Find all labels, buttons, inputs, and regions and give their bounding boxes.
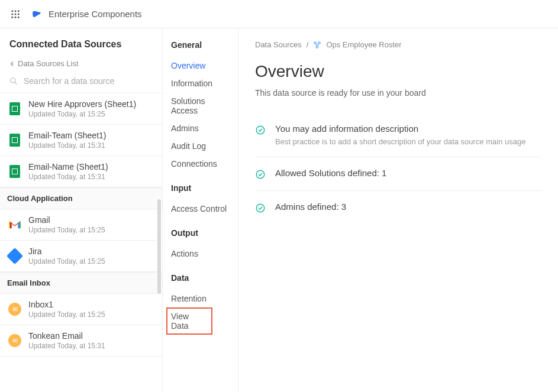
nav-overview[interactable]: Overview [171,57,230,74]
sheet-icon [8,165,21,178]
nav-view-data[interactable]: View Data [166,307,212,335]
nav-heading-input: Input [171,183,230,193]
svg-point-14 [256,126,265,134]
breadcrumb: Data Sources / Ops Employee Roster [255,40,541,49]
check-circle-icon [255,169,266,180]
check-circle-icon [255,125,266,135]
back-to-list-label: Data Sources List [18,59,79,68]
sheet-icon [8,102,21,115]
app-name: Enterprise Components [49,9,142,19]
list-item[interactable]: Gmail Updated Today, at 15:25 [0,209,162,241]
overview-check-row: Admins defined: 3 [255,191,541,224]
list-item[interactable]: Jira Updated Today, at 15:25 [0,241,162,272]
search-icon [9,77,18,85]
nav-audit-log[interactable]: Audit Log [171,137,230,155]
data-source-icon [313,41,321,49]
list-item[interactable]: Email-Team (Sheet1) Updated Today, at 15… [0,125,162,156]
top-bar: Enterprise Components [0,0,558,28]
svg-point-1 [15,10,17,12]
check-title: Allowed Solutions defined: 1 [275,168,386,178]
check-title: Admins defined: 3 [275,202,346,212]
secondary-nav: General Overview Information Solutions A… [163,28,238,392]
breadcrumb-current: Ops Employee Roster [326,40,401,49]
group-heading-cloud: Cloud Application [0,187,162,209]
email-inbox-icon: ✉ [8,303,21,316]
svg-point-4 [15,13,17,15]
list-item-title: Jira [28,247,105,256]
svg-point-6 [11,16,13,18]
nav-solutions-access[interactable]: Solutions Access [171,92,230,119]
svg-point-13 [317,46,319,48]
left-panel: Connected Data Sources Data Sources List… [0,28,163,392]
sheet-icon [8,134,21,147]
scrollbar[interactable] [157,199,161,294]
page-subtitle: This data source is ready for use in you… [255,88,541,98]
group-heading-email: Email Inbox [0,272,162,294]
main-content: Data Sources / Ops Employee Roster Overv… [238,28,558,392]
nav-connections[interactable]: Connections [171,155,230,173]
list-item-title: Gmail [28,215,105,225]
breadcrumb-sep: / [307,40,309,49]
list-item[interactable]: ✉ Inbox1 Updated Today, at 15:25 [0,294,162,325]
nav-admins[interactable]: Admins [171,119,230,137]
list-item-title: Email-Name (Sheet1) [28,162,108,171]
back-to-list-link[interactable]: Data Sources List [0,56,162,74]
svg-point-5 [18,13,20,15]
svg-point-0 [11,10,13,12]
search-row [0,74,162,93]
list-item-title: Email-Team (Sheet1) [28,131,107,140]
svg-point-2 [18,10,20,12]
nav-actions[interactable]: Actions [171,245,230,263]
left-panel-title: Connected Data Sources [9,39,153,50]
page-title: Overview [255,62,541,81]
overview-check-row: You may add information description Best… [255,113,541,157]
check-sub: Best practice is to add a short descript… [275,137,525,146]
search-input[interactable] [24,76,153,86]
list-item[interactable]: New Hire Approvers (Sheet1) Updated Toda… [0,93,162,125]
list-item-sub: Updated Today, at 15:31 [28,173,108,181]
list-item-title: New Hire Approvers (Sheet1) [28,99,136,109]
nav-information[interactable]: Information [171,74,230,92]
list-item[interactable]: Email-Name (Sheet1) Updated Today, at 15… [0,156,162,187]
check-title: You may add information description [275,124,525,134]
nav-heading-output: Output [171,228,230,238]
nav-heading-general: General [171,40,230,50]
svg-point-7 [15,16,17,18]
svg-point-16 [256,204,265,212]
list-item-sub: Updated Today, at 15:31 [28,342,105,350]
list-item-sub: Updated Today, at 15:25 [28,110,136,118]
nav-heading-data: Data [171,273,230,283]
list-item-sub: Updated Today, at 15:25 [28,226,105,234]
nav-retention[interactable]: Retention [171,290,230,307]
email-inbox-icon: ✉ [8,334,21,347]
brand-icon [31,8,43,20]
list-item-sub: Updated Today, at 15:25 [28,310,105,319]
svg-point-3 [11,13,13,15]
list-item-sub: Updated Today, at 15:25 [28,257,105,265]
list-item[interactable]: ✉ Tonkean Email Updated Today, at 15:31 [0,325,162,357]
overview-check-row: Allowed Solutions defined: 1 [255,157,541,191]
svg-point-9 [11,78,15,83]
check-circle-icon [255,203,266,213]
gmail-icon [8,218,21,231]
list-item-sub: Updated Today, at 15:31 [28,141,107,150]
svg-point-8 [18,16,20,18]
list-item-title: Tonkean Email [28,331,105,341]
jira-icon [8,250,21,263]
svg-line-10 [15,82,17,85]
svg-point-15 [256,170,265,179]
apps-grid-icon[interactable] [9,8,21,20]
breadcrumb-root[interactable]: Data Sources [255,40,302,49]
nav-access-control[interactable]: Access Control [171,200,230,218]
list-item-title: Inbox1 [28,300,105,309]
